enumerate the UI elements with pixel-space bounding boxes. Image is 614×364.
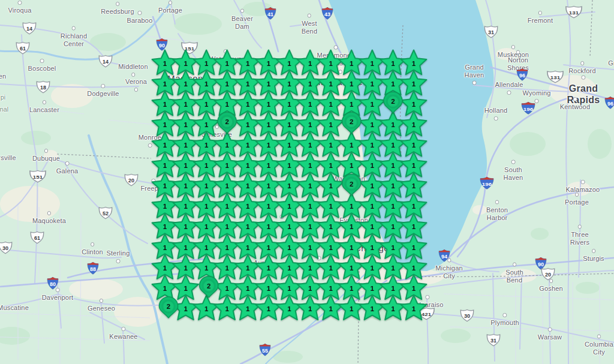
svg-text:1: 1 — [350, 60, 354, 67]
svg-text:1: 1 — [267, 305, 271, 312]
star-cluster-marker[interactable]: 1 — [194, 254, 219, 279]
svg-text:1: 1 — [350, 285, 354, 292]
svg-text:1: 1 — [204, 203, 209, 210]
svg-text:1: 1 — [163, 182, 167, 189]
svg-text:1: 1 — [183, 80, 188, 88]
svg-text:1: 1 — [246, 60, 250, 67]
svg-text:1: 1 — [308, 223, 312, 230]
svg-text:1: 1 — [287, 80, 291, 88]
svg-text:2: 2 — [207, 282, 210, 290]
svg-text:1: 1 — [246, 244, 250, 251]
svg-text:1: 1 — [267, 264, 271, 272]
svg-text:1: 1 — [287, 305, 291, 312]
svg-text:1: 1 — [225, 60, 229, 67]
svg-text:1: 1 — [204, 101, 209, 108]
pin-cluster-marker[interactable]: 2 — [159, 297, 178, 318]
star-cluster-marker[interactable]: 1 — [214, 91, 240, 116]
svg-text:1: 1 — [371, 121, 375, 128]
svg-text:1: 1 — [371, 60, 375, 67]
svg-text:1: 1 — [391, 285, 395, 292]
svg-text:1: 1 — [163, 142, 167, 149]
svg-text:1: 1 — [287, 285, 291, 292]
svg-text:1: 1 — [412, 101, 416, 108]
svg-text:1: 1 — [391, 121, 395, 128]
svg-text:1: 1 — [412, 60, 416, 67]
svg-text:1: 1 — [287, 244, 291, 251]
svg-text:1: 1 — [412, 285, 416, 292]
svg-text:1: 1 — [204, 121, 209, 128]
svg-text:1: 1 — [246, 285, 250, 292]
star-cluster-marker[interactable]: 1 — [359, 296, 385, 320]
svg-text:1: 1 — [225, 162, 229, 169]
star-cluster-marker[interactable]: 1 — [214, 296, 240, 320]
svg-text:1: 1 — [246, 80, 250, 88]
svg-text:1: 1 — [391, 142, 395, 149]
star-cluster-marker[interactable]: 1 — [256, 296, 282, 320]
svg-text:1: 1 — [225, 101, 229, 108]
svg-text:1: 1 — [308, 162, 312, 169]
svg-text:1: 1 — [183, 101, 188, 108]
svg-text:1: 1 — [183, 142, 188, 149]
svg-text:1: 1 — [183, 162, 188, 169]
svg-text:1: 1 — [225, 285, 229, 292]
svg-text:1: 1 — [204, 182, 209, 189]
svg-text:1: 1 — [225, 223, 229, 230]
svg-text:1: 1 — [371, 264, 375, 272]
svg-text:1: 1 — [308, 182, 312, 189]
pin-cluster-marker[interactable]: 2 — [342, 112, 361, 133]
svg-text:1: 1 — [329, 80, 333, 88]
svg-text:1: 1 — [350, 305, 354, 312]
pin-cluster-marker[interactable]: 2 — [218, 112, 236, 133]
svg-text:1: 1 — [225, 80, 229, 88]
svg-text:1: 1 — [329, 121, 333, 128]
star-cluster-marker[interactable]: 1 — [380, 296, 406, 320]
svg-text:1: 1 — [287, 101, 291, 108]
pin-cluster-marker[interactable]: 2 — [342, 175, 361, 195]
star-cluster-marker[interactable]: 1 — [339, 91, 365, 116]
star-cluster-marker[interactable]: 1 — [339, 152, 365, 177]
svg-text:2: 2 — [225, 118, 228, 125]
map-viewport[interactable]: ViroquaReedsburgBarabooPortageBeaver Dam… — [0, 0, 614, 364]
svg-text:1: 1 — [267, 223, 271, 230]
star-cluster-marker[interactable]: 1 — [152, 275, 178, 299]
svg-text:1: 1 — [267, 285, 271, 292]
svg-text:2: 2 — [350, 181, 353, 188]
svg-text:1: 1 — [267, 80, 271, 88]
svg-text:1: 1 — [225, 142, 229, 149]
svg-text:1: 1 — [246, 121, 250, 128]
svg-text:1: 1 — [329, 203, 333, 210]
svg-text:1: 1 — [350, 244, 354, 251]
svg-text:1: 1 — [163, 80, 167, 88]
star-cluster-marker[interactable]: 1 — [297, 296, 323, 320]
svg-text:1: 1 — [308, 121, 312, 128]
svg-text:1: 1 — [163, 244, 167, 251]
star-cluster-marker[interactable]: 1 — [401, 296, 427, 320]
svg-text:1: 1 — [246, 142, 250, 149]
svg-text:1: 1 — [163, 121, 167, 128]
star-cluster-marker[interactable]: 1 — [380, 71, 406, 95]
svg-text:1: 1 — [391, 305, 395, 312]
pin-cluster-marker[interactable]: 2 — [200, 276, 218, 297]
svg-text:2: 2 — [350, 118, 353, 125]
svg-text:1: 1 — [287, 142, 291, 149]
svg-text:1: 1 — [329, 264, 333, 272]
svg-text:1: 1 — [267, 203, 271, 210]
star-cluster-marker[interactable]: 1 — [235, 296, 261, 320]
star-cluster-marker[interactable]: 1 — [318, 296, 344, 320]
svg-text:1: 1 — [183, 244, 188, 251]
svg-text:1: 1 — [412, 142, 416, 149]
svg-text:1: 1 — [371, 101, 375, 108]
svg-text:1: 1 — [267, 121, 271, 128]
svg-text:1: 1 — [329, 182, 333, 189]
pin-cluster-marker[interactable]: 2 — [384, 92, 402, 113]
star-cluster-marker[interactable]: 1 — [194, 296, 219, 320]
svg-text:1: 1 — [183, 121, 188, 128]
svg-text:1: 1 — [287, 264, 291, 272]
svg-text:1: 1 — [246, 305, 250, 312]
svg-text:1: 1 — [371, 162, 375, 169]
star-cluster-marker[interactable]: 1 — [276, 296, 302, 320]
svg-text:1: 1 — [371, 203, 375, 210]
svg-text:1: 1 — [308, 142, 312, 149]
star-cluster-marker[interactable]: 1 — [339, 296, 365, 320]
svg-text:1: 1 — [163, 264, 167, 272]
